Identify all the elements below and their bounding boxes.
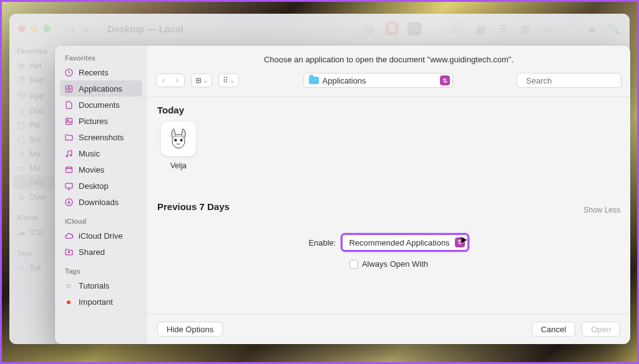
- search-input[interactable]: [526, 76, 630, 85]
- svg-point-4: [66, 155, 68, 157]
- tag-dot-icon: ○: [64, 280, 74, 290]
- sidebar-item-screenshots[interactable]: Screenshots: [55, 129, 147, 145]
- section-today: Today: [157, 105, 620, 115]
- sidebar-item-shared[interactable]: Shared: [55, 244, 147, 260]
- sidebar-item-tag-important[interactable]: ●Important: [55, 294, 147, 310]
- desktop-icon: [64, 181, 74, 191]
- sidebar-item-desktop[interactable]: Desktop: [55, 178, 147, 194]
- dialog-main: Choose an application to open the docume…: [147, 46, 630, 344]
- tag-dot-icon: ●: [64, 297, 74, 307]
- sidebar-item-icloud-drive[interactable]: iCloud Drive: [55, 228, 147, 244]
- chevron-updown-icon: ⇅: [440, 75, 450, 85]
- sidebar-favorites-head: Favorites: [55, 54, 147, 64]
- app-item-velja[interactable]: Velja: [157, 122, 200, 170]
- svg-rect-7: [65, 183, 72, 188]
- forward-button[interactable]: ›: [170, 74, 184, 87]
- hide-options-button[interactable]: Hide Options: [157, 322, 223, 337]
- cursor-icon: ➤: [459, 234, 467, 246]
- enable-label: Enable:: [308, 238, 336, 247]
- svg-rect-6: [66, 167, 72, 173]
- doc-icon: [64, 100, 74, 110]
- sidebar-item-movies[interactable]: Movies: [55, 161, 147, 178]
- svg-rect-1: [66, 85, 72, 92]
- folder-icon: [64, 132, 74, 142]
- shared-icon: [64, 247, 74, 257]
- open-button[interactable]: Open: [582, 322, 620, 337]
- dialog-nav: ‹ ›: [156, 74, 185, 87]
- svg-point-3: [67, 119, 68, 120]
- sidebar-item-documents[interactable]: Documents: [55, 97, 147, 113]
- dialog-footer: Hide Options Cancel Open: [147, 314, 630, 344]
- music-icon: [64, 148, 74, 158]
- movie-icon: [64, 165, 74, 175]
- sidebar-item-downloads[interactable]: Downloads: [55, 194, 147, 210]
- back-button[interactable]: ‹: [157, 74, 170, 87]
- svg-rect-2: [66, 118, 72, 124]
- sidebar-tags-head: Tags: [55, 267, 147, 277]
- path-selector[interactable]: Applications ⇅: [303, 73, 453, 88]
- sidebar-item-tag-tutorials[interactable]: ○Tutorials: [55, 277, 147, 294]
- cloud-icon: [64, 231, 74, 241]
- sidebar-item-applications[interactable]: Applications: [60, 80, 142, 97]
- search-field[interactable]: [517, 73, 622, 88]
- show-less-button[interactable]: Show Less: [583, 206, 620, 214]
- sidebar-item-recents[interactable]: Recents: [55, 64, 147, 80]
- svg-point-9: [68, 251, 70, 253]
- clock-icon: [64, 67, 74, 77]
- sidebar-item-music[interactable]: Music: [55, 145, 147, 161]
- apps-icon: [64, 84, 74, 93]
- cancel-button[interactable]: Cancel: [532, 322, 575, 337]
- svg-point-12: [175, 139, 177, 141]
- dialog-content[interactable]: Today Velja Previous 7 Days Show Less En…: [147, 97, 630, 314]
- always-open-label: Always Open With: [362, 259, 428, 269]
- pic-icon: [64, 116, 74, 126]
- app-icon: [161, 122, 196, 156]
- sidebar-item-pictures[interactable]: Pictures: [55, 113, 147, 129]
- dialog-prompt: Choose an application to open the docume…: [147, 46, 630, 73]
- sidebar-icloud-head: iCloud: [55, 218, 147, 228]
- group-mode-button[interactable]: ⠿ ⌄: [218, 74, 239, 87]
- folder-icon: [309, 77, 319, 84]
- enable-select[interactable]: Recommended Applications ⇅: [341, 233, 469, 252]
- dialog-toolbar: ‹ › ⊞ ⌄ ⠿ ⌄ Applications ⇅: [147, 73, 630, 97]
- dialog-sidebar: Favorites Recents Applications Documents…: [55, 46, 147, 344]
- always-open-checkbox[interactable]: [349, 260, 358, 269]
- section-prev-7-days: Previous 7 Days: [157, 201, 230, 212]
- view-mode-icon-button[interactable]: ⊞ ⌄: [191, 74, 212, 87]
- download-icon: [64, 197, 74, 207]
- svg-point-5: [70, 154, 72, 156]
- svg-point-13: [180, 139, 183, 141]
- open-with-dialog: Favorites Recents Applications Documents…: [55, 46, 630, 344]
